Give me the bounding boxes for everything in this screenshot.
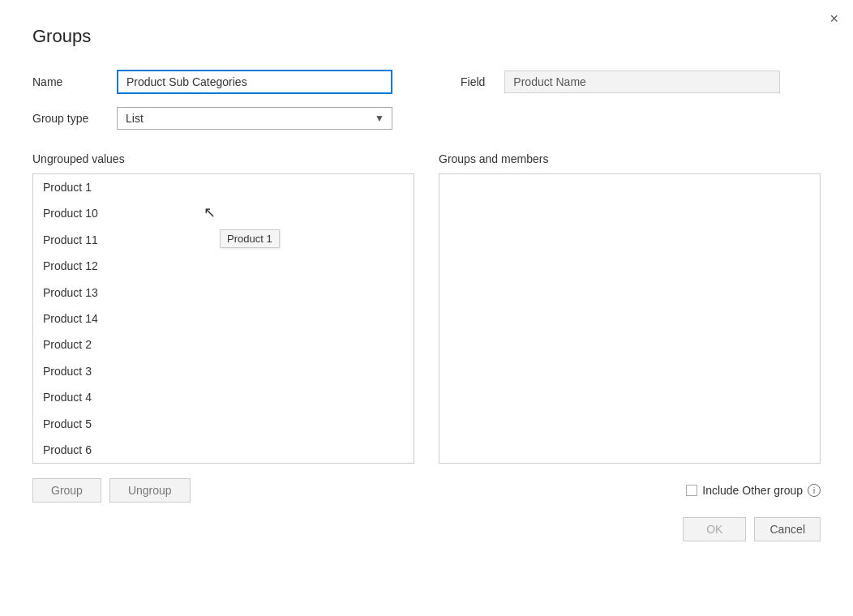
list-item[interactable]: Product 6 bbox=[33, 437, 414, 463]
right-bottom-controls: Include Other group i bbox=[686, 484, 821, 497]
ungrouped-list-inner: Product 1Product 10Product 11Product 12P… bbox=[33, 174, 414, 463]
ok-cancel-row: OK Cancel bbox=[32, 517, 821, 541]
list-item[interactable]: Product 13 bbox=[33, 280, 414, 306]
ungrouped-list-panel: Product 1Product 10Product 11Product 12P… bbox=[32, 173, 414, 464]
bottom-controls-row: Group Ungroup Include Other group i bbox=[32, 478, 821, 503]
dialog-title: Groups bbox=[32, 26, 821, 47]
group-ungroup-buttons: Group Ungroup bbox=[32, 478, 191, 503]
panels-area: Ungrouped values Product 1Product 10Prod… bbox=[32, 152, 821, 464]
list-item[interactable]: Product 4 bbox=[33, 384, 414, 410]
groups-dialog: × Groups Name Field Product Name Group t… bbox=[0, 0, 853, 616]
info-icon[interactable]: i bbox=[808, 484, 821, 497]
list-item[interactable]: Product 5 bbox=[33, 411, 414, 437]
list-item[interactable]: Product 10 bbox=[33, 200, 414, 226]
group-type-row: Group type List Bin ▼ bbox=[32, 107, 821, 130]
group-type-select-wrapper: List Bin ▼ bbox=[117, 107, 392, 130]
groups-list-panel bbox=[439, 173, 821, 464]
cancel-button[interactable]: Cancel bbox=[754, 517, 821, 541]
groups-title: Groups and members bbox=[439, 152, 821, 165]
name-field-row: Name Field Product Name bbox=[32, 70, 821, 94]
list-item[interactable]: Product 3 bbox=[33, 358, 414, 384]
name-input[interactable] bbox=[117, 70, 392, 94]
include-other-checkbox[interactable] bbox=[686, 485, 697, 496]
list-item[interactable]: Product 14 bbox=[33, 306, 414, 332]
groups-scroll[interactable] bbox=[439, 174, 820, 463]
group-type-label: Group type bbox=[32, 112, 97, 125]
ungrouped-scroll[interactable]: Product 1Product 10Product 11Product 12P… bbox=[33, 174, 414, 463]
field-label: Field bbox=[461, 75, 485, 88]
ungrouped-section: Ungrouped values Product 1Product 10Prod… bbox=[32, 152, 414, 464]
include-other-label: Include Other group bbox=[702, 484, 803, 497]
include-other-group: Include Other group i bbox=[686, 484, 821, 497]
list-item[interactable]: Product 1 bbox=[33, 174, 414, 200]
group-button[interactable]: Group bbox=[32, 478, 101, 503]
close-button[interactable]: × bbox=[829, 11, 838, 26]
name-label: Name bbox=[32, 75, 97, 88]
ok-button[interactable]: OK bbox=[683, 517, 746, 541]
group-type-select[interactable]: List Bin bbox=[117, 107, 392, 130]
list-item[interactable]: Product 11 bbox=[33, 227, 414, 253]
list-item[interactable]: Product 2 bbox=[33, 332, 414, 357]
list-item[interactable]: Product 12 bbox=[33, 253, 414, 279]
ungroup-button[interactable]: Ungroup bbox=[109, 478, 191, 503]
field-value: Product Name bbox=[504, 71, 780, 93]
groups-section: Groups and members bbox=[439, 152, 821, 464]
ungrouped-title: Ungrouped values bbox=[32, 152, 414, 165]
